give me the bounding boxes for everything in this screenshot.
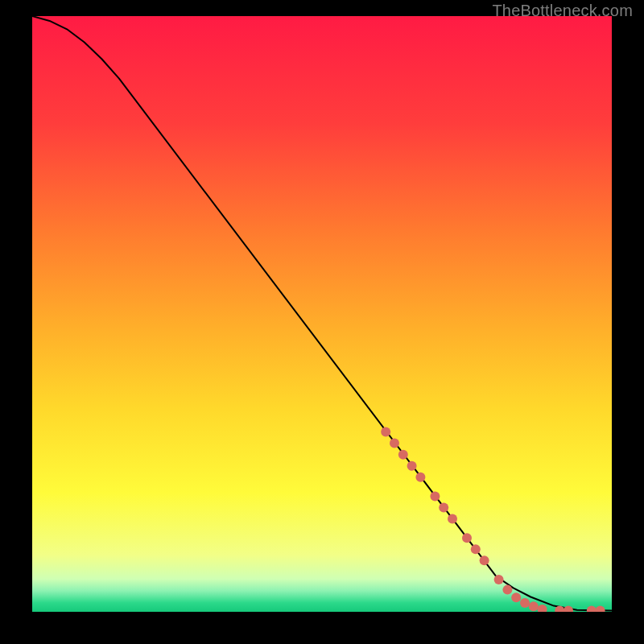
marker-point (407, 461, 417, 471)
marker-point (381, 427, 390, 437)
chart-stage: TheBottleneck.com (0, 0, 644, 644)
marker-point (529, 601, 539, 611)
marker-point (415, 473, 425, 482)
marker-point (398, 450, 408, 460)
gradient-background (32, 16, 612, 612)
marker-point (462, 533, 472, 543)
marker-point (480, 555, 489, 565)
marker-point (439, 503, 448, 513)
marker-point (502, 585, 512, 595)
plot-area (32, 16, 612, 612)
chart-svg (32, 16, 612, 612)
marker-point (430, 491, 440, 501)
marker-point (520, 598, 530, 608)
marker-point (494, 575, 504, 584)
marker-point (511, 592, 521, 602)
marker-point (471, 544, 481, 554)
marker-point (448, 514, 457, 524)
marker-point (390, 439, 399, 448)
